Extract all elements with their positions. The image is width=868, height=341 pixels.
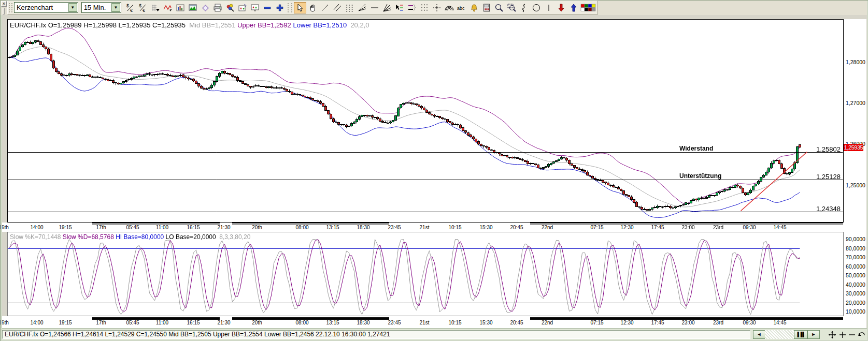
zoom-in-chart-button[interactable]: [838, 330, 847, 339]
chart-export-button[interactable]: [236, 2, 249, 13]
select-tool-button[interactable]: [294, 2, 306, 13]
zoom-in-button[interactable]: [493, 2, 505, 13]
zoom-region-button[interactable]: [505, 2, 518, 13]
time-axis-label: 20th: [252, 225, 262, 230]
grid-options-button[interactable]: [149, 2, 162, 13]
chart-header-params: 20,2,0: [350, 21, 369, 29]
stochastic-canvas[interactable]: [8, 232, 843, 316]
status-text: EUR/CHF.fx O=1,24566 H=1,24614 L=1,24529…: [2, 330, 750, 339]
undo-zoom-button[interactable]: [857, 330, 866, 339]
time-axis-label: 14:00: [30, 225, 43, 230]
time-axis-label: 09:30: [743, 225, 756, 230]
timeframe-select[interactable]: 15 Min. ▼: [81, 2, 121, 13]
toolbar-drag-handle[interactable]: [3, 8, 5, 14]
pattern-tool-button[interactable]: [162, 2, 174, 13]
fan-lines-tool-button[interactable]: [356, 2, 368, 13]
time-axis-label: 18:30: [357, 320, 369, 325]
stoch-axis-label: 60,0000: [846, 263, 865, 270]
vertical-line-tool-button[interactable]: [543, 2, 555, 13]
stoch-axis-label: 80,0000: [846, 245, 865, 251]
horizontal-grid-tool-button[interactable]: [344, 2, 356, 13]
time-axis-label: 21:30: [217, 225, 230, 230]
levels-brace-icon: [407, 3, 417, 12]
undo-icon: [857, 331, 865, 339]
scrollbar-thumb[interactable]: ▐▐▌: [794, 330, 807, 339]
chart-type-dropdown-icon[interactable]: ▼: [68, 3, 77, 12]
curve-tool-button[interactable]: [518, 2, 530, 13]
plus-icon: [275, 3, 284, 12]
print-button[interactable]: [211, 2, 224, 13]
vertical-dotted-icon: [420, 3, 429, 12]
status-bar: EUR/CHF.fx O=1,24566 H=1,24614 L=1,24529…: [1, 328, 868, 340]
time-axis-label: 22nd: [542, 320, 553, 325]
trendline-tool-button[interactable]: [319, 2, 331, 13]
close-toolbar-button[interactable]: ×: [1, 1, 7, 7]
crosshair-tool-button[interactable]: [431, 2, 443, 13]
chart-type-select[interactable]: Kerzenchart ▼: [14, 2, 78, 13]
trendline-icon: [320, 3, 330, 12]
stoch-header-k: Slow %K=70,1448: [10, 233, 61, 241]
time-axis-label: 15:30: [479, 225, 492, 230]
gann-fan-icon: [358, 3, 367, 12]
toolbar-grip[interactable]: [9, 3, 12, 12]
time-axis-label: 13:15: [326, 320, 339, 325]
timeframe-value: 15 Min.: [82, 4, 111, 11]
arcs-tool-button[interactable]: [443, 2, 456, 13]
scrollbar-track[interactable]: [765, 330, 794, 339]
ellipse-tool-button[interactable]: [530, 2, 543, 13]
support2-price-label: 1,24348: [816, 205, 841, 213]
session-marker: [530, 224, 843, 224]
stoch-axis-label: 50,0000: [846, 272, 865, 278]
alert-button[interactable]: [468, 2, 480, 13]
stoch-axis-label: 30,0000: [846, 290, 865, 296]
retracement-tool-button[interactable]: [393, 2, 406, 13]
zoom-out-chart-button[interactable]: [847, 330, 857, 339]
minus-icon: [263, 3, 272, 12]
monitor-alert-button[interactable]: [249, 2, 261, 13]
levels-tool-button[interactable]: [406, 2, 418, 13]
time-axis-label: 23rd: [713, 320, 723, 325]
stoch-header-hi: HI Base=80,0000: [116, 233, 164, 241]
stoch-axis-label: 40,0000: [846, 281, 865, 288]
color-settings-button[interactable]: [224, 2, 236, 13]
bell-icon: [469, 3, 479, 12]
price-chart-canvas[interactable]: [8, 20, 843, 222]
sell-signal-button[interactable]: [555, 2, 567, 13]
resistance-label[interactable]: Widerstand: [679, 145, 713, 152]
time-axis-label: 20:45: [510, 320, 523, 325]
time-axis-label: 17th: [96, 320, 106, 325]
parallel-lines-tool-button[interactable]: [331, 2, 344, 13]
time-axis-label: 14:45: [773, 225, 786, 230]
diamond-icon: [201, 3, 210, 12]
zoom-in-period-button[interactable]: [274, 2, 286, 13]
price-axis-label: 1,27000: [846, 100, 865, 106]
currency-convert-button[interactable]: $€: [137, 2, 149, 13]
scroll-left-button[interactable]: ◄: [753, 330, 765, 339]
color-picker-button[interactable]: [580, 2, 597, 13]
bid-ask-button[interactable]: $€: [124, 2, 137, 13]
pan-chart-button[interactable]: [828, 330, 837, 339]
timeframe-dropdown-icon[interactable]: ▼: [111, 3, 120, 12]
pan-tool-button[interactable]: [306, 2, 319, 13]
workspace-button[interactable]: [199, 2, 211, 13]
time-axis-label: 05:45: [126, 225, 139, 230]
chart-window-button[interactable]: [187, 2, 199, 13]
support-label[interactable]: Unterstützung: [679, 172, 721, 180]
session-marker: [530, 317, 843, 318]
zoom-out-period-button[interactable]: [261, 2, 274, 13]
calculator-button[interactable]: [480, 2, 493, 13]
text-tool-button[interactable]: abc: [456, 2, 468, 13]
time-axis-label: 08:00: [295, 225, 308, 230]
vertical-grid-tool-button[interactable]: [418, 2, 431, 13]
ray-fan-tool-button[interactable]: [381, 2, 393, 13]
svg-text:€: €: [130, 8, 133, 12]
buy-signal-button[interactable]: [567, 2, 580, 13]
app-window: × Kerzenchart ▼ 15 Min. ▼ $€ $€: [0, 0, 868, 341]
stoch-axis-label: 20,0000: [846, 300, 865, 306]
horizontal-line-tool-button[interactable]: [368, 2, 381, 13]
main-toolbar: × Kerzenchart ▼ 15 Min. ▼ $€ $€: [1, 1, 868, 15]
fundamental-data-button[interactable]: [174, 2, 187, 13]
arcs-icon: [445, 3, 454, 12]
scroll-right-button[interactable]: ►: [807, 330, 820, 339]
move-icon: [828, 331, 836, 339]
